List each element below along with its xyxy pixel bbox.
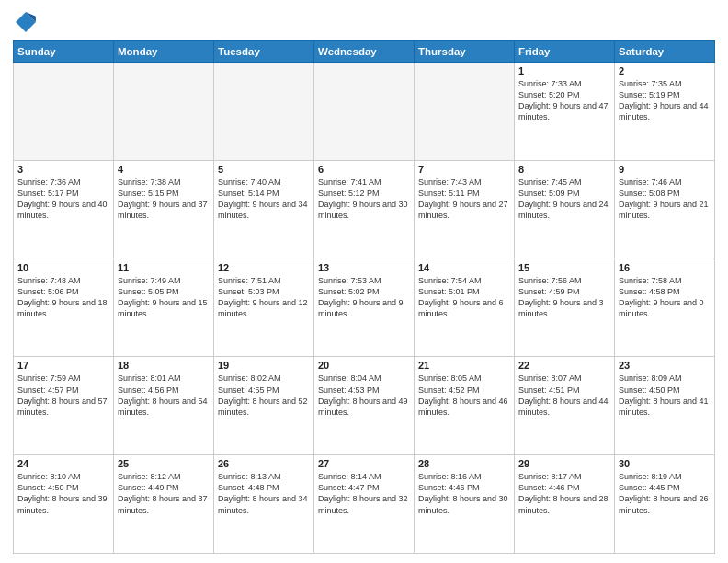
day-cell: 10Sunrise: 7:48 AM Sunset: 5:06 PM Dayli…	[14, 259, 114, 357]
day-cell: 8Sunrise: 7:45 AM Sunset: 5:09 PM Daylig…	[515, 160, 615, 259]
day-info: Sunrise: 7:43 AM Sunset: 5:11 PM Dayligh…	[418, 177, 510, 222]
day-number: 5	[218, 164, 310, 175]
day-info: Sunrise: 7:58 AM Sunset: 4:58 PM Dayligh…	[619, 275, 711, 320]
weekday-tuesday: Tuesday	[214, 41, 314, 63]
weekday-header-row: SundayMondayTuesdayWednesdayThursdayFrid…	[14, 41, 715, 63]
day-info: Sunrise: 7:59 AM Sunset: 4:57 PM Dayligh…	[17, 373, 109, 418]
day-number: 3	[17, 164, 109, 175]
weekday-thursday: Thursday	[415, 41, 515, 63]
day-info: Sunrise: 7:48 AM Sunset: 5:06 PM Dayligh…	[17, 275, 109, 320]
day-info: Sunrise: 8:07 AM Sunset: 4:51 PM Dayligh…	[518, 373, 610, 418]
day-number: 17	[17, 360, 109, 371]
day-number: 1	[518, 65, 610, 76]
day-number: 27	[318, 458, 410, 469]
day-info: Sunrise: 8:10 AM Sunset: 4:50 PM Dayligh…	[17, 471, 109, 516]
day-cell: 2Sunrise: 7:35 AM Sunset: 5:19 PM Daylig…	[615, 63, 715, 161]
day-number: 8	[518, 164, 610, 175]
week-row-5: 24Sunrise: 8:10 AM Sunset: 4:50 PM Dayli…	[14, 455, 715, 554]
header	[13, 9, 715, 35]
day-cell: 11Sunrise: 7:49 AM Sunset: 5:05 PM Dayli…	[114, 259, 214, 357]
day-info: Sunrise: 8:13 AM Sunset: 4:48 PM Dayligh…	[218, 471, 310, 516]
day-cell: 15Sunrise: 7:56 AM Sunset: 4:59 PM Dayli…	[515, 259, 615, 357]
day-number: 28	[418, 458, 510, 469]
day-cell: 6Sunrise: 7:41 AM Sunset: 5:12 PM Daylig…	[314, 160, 415, 259]
day-info: Sunrise: 7:40 AM Sunset: 5:14 PM Dayligh…	[218, 177, 310, 222]
day-cell: 5Sunrise: 7:40 AM Sunset: 5:14 PM Daylig…	[214, 160, 314, 259]
day-number: 20	[318, 360, 410, 371]
day-cell: 26Sunrise: 8:13 AM Sunset: 4:48 PM Dayli…	[214, 455, 314, 554]
day-info: Sunrise: 7:56 AM Sunset: 4:59 PM Dayligh…	[518, 275, 610, 320]
weekday-sunday: Sunday	[14, 41, 114, 63]
day-info: Sunrise: 8:17 AM Sunset: 4:46 PM Dayligh…	[518, 471, 610, 516]
day-info: Sunrise: 8:01 AM Sunset: 4:56 PM Dayligh…	[118, 373, 210, 418]
day-cell: 25Sunrise: 8:12 AM Sunset: 4:49 PM Dayli…	[114, 455, 214, 554]
day-cell: 1Sunrise: 7:33 AM Sunset: 5:20 PM Daylig…	[515, 63, 615, 161]
day-number: 25	[118, 458, 210, 469]
day-info: Sunrise: 8:09 AM Sunset: 4:50 PM Dayligh…	[619, 373, 711, 418]
day-number: 16	[619, 262, 711, 273]
day-info: Sunrise: 7:49 AM Sunset: 5:05 PM Dayligh…	[118, 275, 210, 320]
day-number: 19	[218, 360, 310, 371]
day-info: Sunrise: 8:04 AM Sunset: 4:53 PM Dayligh…	[318, 373, 410, 418]
day-number: 4	[118, 164, 210, 175]
day-number: 9	[619, 164, 711, 175]
calendar-table: SundayMondayTuesdayWednesdayThursdayFrid…	[13, 40, 715, 554]
day-cell	[314, 63, 415, 161]
day-cell: 4Sunrise: 7:38 AM Sunset: 5:15 PM Daylig…	[114, 160, 214, 259]
day-number: 24	[17, 458, 109, 469]
day-number: 2	[619, 65, 711, 76]
day-info: Sunrise: 7:35 AM Sunset: 5:19 PM Dayligh…	[619, 78, 711, 123]
day-cell: 14Sunrise: 7:54 AM Sunset: 5:01 PM Dayli…	[415, 259, 515, 357]
day-info: Sunrise: 7:33 AM Sunset: 5:20 PM Dayligh…	[518, 78, 610, 123]
day-info: Sunrise: 7:45 AM Sunset: 5:09 PM Dayligh…	[518, 177, 610, 222]
day-cell: 24Sunrise: 8:10 AM Sunset: 4:50 PM Dayli…	[14, 455, 114, 554]
day-cell: 20Sunrise: 8:04 AM Sunset: 4:53 PM Dayli…	[314, 357, 415, 455]
day-cell: 23Sunrise: 8:09 AM Sunset: 4:50 PM Dayli…	[615, 357, 715, 455]
day-number: 6	[318, 164, 410, 175]
day-number: 30	[619, 458, 711, 469]
day-cell: 19Sunrise: 8:02 AM Sunset: 4:55 PM Dayli…	[214, 357, 314, 455]
day-info: Sunrise: 7:46 AM Sunset: 5:08 PM Dayligh…	[619, 177, 711, 222]
weekday-saturday: Saturday	[615, 41, 715, 63]
day-cell: 13Sunrise: 7:53 AM Sunset: 5:02 PM Dayli…	[314, 259, 415, 357]
day-info: Sunrise: 7:41 AM Sunset: 5:12 PM Dayligh…	[318, 177, 410, 222]
day-info: Sunrise: 8:12 AM Sunset: 4:49 PM Dayligh…	[118, 471, 210, 516]
weekday-friday: Friday	[515, 41, 615, 63]
week-row-3: 10Sunrise: 7:48 AM Sunset: 5:06 PM Dayli…	[14, 259, 715, 357]
day-cell	[415, 63, 515, 161]
day-number: 29	[518, 458, 610, 469]
week-row-2: 3Sunrise: 7:36 AM Sunset: 5:17 PM Daylig…	[14, 160, 715, 259]
page: SundayMondayTuesdayWednesdayThursdayFrid…	[0, 0, 728, 563]
day-cell	[214, 63, 314, 161]
logo-icon	[13, 9, 39, 35]
day-info: Sunrise: 8:14 AM Sunset: 4:47 PM Dayligh…	[318, 471, 410, 516]
day-info: Sunrise: 7:51 AM Sunset: 5:03 PM Dayligh…	[218, 275, 310, 320]
day-cell: 18Sunrise: 8:01 AM Sunset: 4:56 PM Dayli…	[114, 357, 214, 455]
day-info: Sunrise: 7:54 AM Sunset: 5:01 PM Dayligh…	[418, 275, 510, 320]
day-cell: 9Sunrise: 7:46 AM Sunset: 5:08 PM Daylig…	[615, 160, 715, 259]
day-number: 11	[118, 262, 210, 273]
day-number: 26	[218, 458, 310, 469]
day-info: Sunrise: 7:38 AM Sunset: 5:15 PM Dayligh…	[118, 177, 210, 222]
week-row-1: 1Sunrise: 7:33 AM Sunset: 5:20 PM Daylig…	[14, 63, 715, 161]
day-cell: 22Sunrise: 8:07 AM Sunset: 4:51 PM Dayli…	[515, 357, 615, 455]
day-cell: 16Sunrise: 7:58 AM Sunset: 4:58 PM Dayli…	[615, 259, 715, 357]
svg-marker-0	[16, 12, 36, 32]
day-cell: 21Sunrise: 8:05 AM Sunset: 4:52 PM Dayli…	[415, 357, 515, 455]
day-cell: 17Sunrise: 7:59 AM Sunset: 4:57 PM Dayli…	[14, 357, 114, 455]
day-info: Sunrise: 8:19 AM Sunset: 4:45 PM Dayligh…	[619, 471, 711, 516]
day-number: 13	[318, 262, 410, 273]
day-number: 22	[518, 360, 610, 371]
day-cell: 29Sunrise: 8:17 AM Sunset: 4:46 PM Dayli…	[515, 455, 615, 554]
logo	[13, 9, 42, 35]
day-number: 23	[619, 360, 711, 371]
day-cell	[114, 63, 214, 161]
weekday-wednesday: Wednesday	[314, 41, 415, 63]
day-cell: 27Sunrise: 8:14 AM Sunset: 4:47 PM Dayli…	[314, 455, 415, 554]
week-row-4: 17Sunrise: 7:59 AM Sunset: 4:57 PM Dayli…	[14, 357, 715, 455]
day-cell: 28Sunrise: 8:16 AM Sunset: 4:46 PM Dayli…	[415, 455, 515, 554]
day-cell: 7Sunrise: 7:43 AM Sunset: 5:11 PM Daylig…	[415, 160, 515, 259]
day-cell: 3Sunrise: 7:36 AM Sunset: 5:17 PM Daylig…	[14, 160, 114, 259]
day-number: 21	[418, 360, 510, 371]
weekday-monday: Monday	[114, 41, 214, 63]
